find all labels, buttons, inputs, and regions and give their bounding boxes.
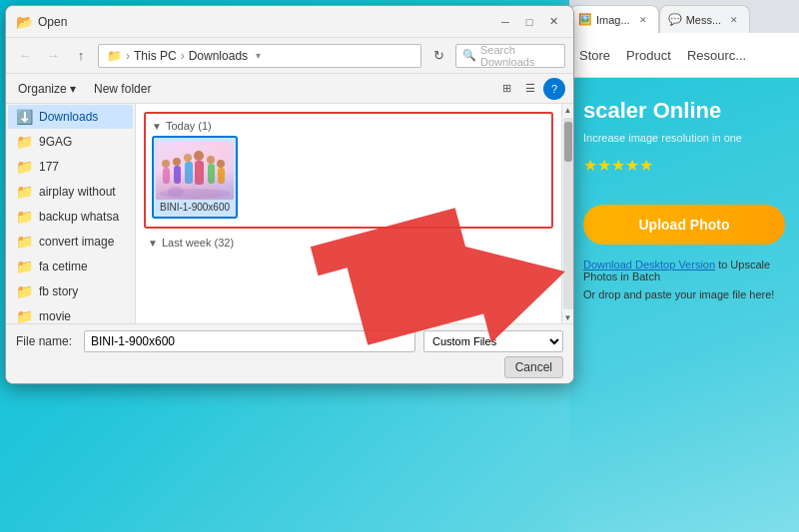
scroll-up-arrow[interactable]: ▲	[562, 104, 574, 116]
scroll-thumb[interactable]	[564, 122, 572, 162]
search-box[interactable]: 🔍 Search Downloads	[455, 44, 565, 68]
new-folder-button[interactable]: New folder	[90, 80, 155, 98]
sidebar-item-9gag[interactable]: 📁 9GAG	[8, 130, 133, 154]
sidebar-label-facetime: fa cetime	[39, 260, 88, 273]
tab-label-messenger: Mess...	[686, 14, 721, 26]
folder-icon-convert: 📁	[16, 234, 33, 250]
thumbnail-svg	[156, 142, 234, 200]
sidebar-label-backup: backup whatsa	[39, 210, 119, 224]
sidebar-item-airplay[interactable]: 📁 airplay without	[8, 180, 133, 204]
up-button[interactable]: ↑	[70, 45, 92, 67]
sidebar-label-fbstory: fb story	[39, 284, 78, 298]
svg-point-11	[207, 156, 215, 164]
dialog-toolbar: Organize ▾ New folder ⊞ ☰ ?	[6, 74, 573, 104]
dialog-maximize-button[interactable]: □	[519, 12, 539, 32]
breadcrumb-path[interactable]: 📁 › This PC › Downloads ▾	[98, 44, 421, 68]
nav-resources[interactable]: Resourc...	[687, 48, 746, 63]
site-title: scaler Online	[583, 98, 785, 124]
svg-rect-1	[156, 142, 234, 200]
sidebar-label-movie: movie	[39, 309, 71, 323]
filetype-select[interactable]: Custom Files	[423, 330, 563, 352]
folder-icon-movie: 📁	[16, 308, 33, 323]
svg-point-5	[173, 158, 181, 166]
lastweek-section-header: ▼ Last week (32)	[144, 233, 553, 251]
svg-point-3	[162, 160, 170, 168]
drop-text: Or drop and paste your image file here!	[583, 288, 785, 300]
svg-point-7	[184, 154, 192, 162]
organize-button[interactable]: Organize ▾	[14, 80, 80, 98]
sidebar-label-convert: convert image	[39, 235, 114, 249]
sidebar-label-9gag: 9GAG	[39, 135, 72, 149]
tab-label-images: Imag...	[596, 14, 630, 26]
today-section-highlighted: ▼ Today (1)	[144, 112, 553, 229]
cancel-button[interactable]: Cancel	[504, 356, 563, 378]
sidebar-label-airplay: airplay without	[39, 185, 116, 199]
svg-point-16	[201, 190, 221, 198]
sidebar-item-movie[interactable]: 📁 movie	[8, 304, 133, 323]
tab-close-messenger[interactable]: ✕	[727, 13, 741, 27]
forward-button[interactable]: →	[42, 45, 64, 67]
file-thumbnail-bini	[156, 142, 234, 200]
view-large-icon[interactable]: ⊞	[495, 78, 517, 100]
tab-messenger[interactable]: 💬 Mess... ✕	[659, 5, 750, 33]
sidebar-item-fbstory[interactable]: 📁 fb story	[8, 279, 133, 303]
svg-rect-10	[195, 161, 204, 185]
filename-label: File name:	[16, 334, 76, 348]
folder-icon-airplay: 📁	[16, 184, 33, 200]
today-file-grid: BINI-1-900x600	[148, 134, 549, 225]
folder-icon-9gag: 📁	[16, 134, 33, 150]
dialog-minimize-button[interactable]: ─	[495, 12, 515, 32]
folder-icon-backup: 📁	[16, 209, 33, 225]
upload-photo-button[interactable]: Upload Photo	[583, 205, 785, 245]
lastweek-section: ▼ Last week (32)	[144, 233, 553, 251]
site-content: scaler Online Increase image resolution …	[569, 78, 799, 532]
view-list[interactable]: ☰	[519, 78, 541, 100]
sidebar-label-downloads: Downloads	[39, 110, 98, 124]
file-item-bini[interactable]: BINI-1-900x600	[152, 136, 238, 219]
sidebar-item-convert[interactable]: 📁 convert image	[8, 230, 133, 254]
footer-buttons-row: Cancel	[16, 356, 563, 378]
svg-rect-12	[208, 164, 215, 184]
refresh-button[interactable]: ↻	[427, 45, 449, 67]
sidebar-item-backup[interactable]: 📁 backup whatsa	[8, 205, 133, 229]
dialog-title-icon: 📂	[16, 14, 32, 30]
file-area: ▼ Today (1)	[140, 112, 557, 323]
path-segment-thispc: This PC	[134, 49, 177, 63]
file-name-bini: BINI-1-900x600	[160, 202, 230, 213]
today-section-label: Today (1)	[166, 120, 212, 132]
browser-tabs: 🖼️ Imag... ✕ 💬 Mess... ✕	[569, 0, 799, 33]
svg-point-2	[159, 189, 231, 199]
dialog-main: ▼ Today (1)	[136, 104, 561, 323]
dialog-close-button[interactable]: ✕	[543, 12, 563, 32]
lastweek-section-label: Last week (32)	[162, 237, 234, 249]
sidebar-label-177: 177	[39, 160, 59, 174]
back-button[interactable]: ←	[14, 45, 36, 67]
scroll-track[interactable]	[563, 118, 573, 309]
tab-favicon-messenger: 💬	[668, 13, 682, 27]
dialog-sidebar: ⬇️ Downloads 📁 9GAG 📁 177 📁 airplay with…	[6, 104, 136, 323]
nav-product[interactable]: Product	[626, 48, 671, 63]
sidebar-item-177[interactable]: 📁 177	[8, 155, 133, 179]
sidebar-item-downloads[interactable]: ⬇️ Downloads	[8, 105, 133, 129]
tab-close-images[interactable]: ✕	[636, 13, 650, 27]
footer-action-buttons: Cancel	[504, 356, 563, 378]
help-button[interactable]: ?	[543, 78, 565, 100]
dialog-footer: File name: Custom Files Cancel	[6, 323, 573, 383]
tab-images[interactable]: 🖼️ Imag... ✕	[569, 5, 659, 33]
dialog-body: ⬇️ Downloads 📁 9GAG 📁 177 📁 airplay with…	[6, 104, 573, 323]
view-buttons: ⊞ ☰ ?	[495, 78, 565, 100]
sidebar-item-facetime[interactable]: 📁 fa cetime	[8, 255, 133, 278]
tab-favicon-images: 🖼️	[578, 13, 592, 27]
dialog-controls: ─ □ ✕	[495, 12, 563, 32]
scroll-down-arrow[interactable]: ▼	[562, 311, 574, 323]
search-icon: 🔍	[462, 49, 476, 62]
svg-point-13	[217, 160, 225, 168]
dialog-scrollbar[interactable]: ▲ ▼	[561, 104, 573, 323]
nav-store[interactable]: Store	[579, 48, 610, 63]
download-desktop-link[interactable]: Download Desktop Version	[583, 259, 715, 270]
folder-icon-fbstory: 📁	[16, 283, 33, 299]
dialog-title-text: Open	[38, 15, 495, 29]
folder-icon-facetime: 📁	[16, 259, 33, 274]
svg-point-15	[168, 187, 184, 197]
filename-input[interactable]	[84, 330, 415, 352]
